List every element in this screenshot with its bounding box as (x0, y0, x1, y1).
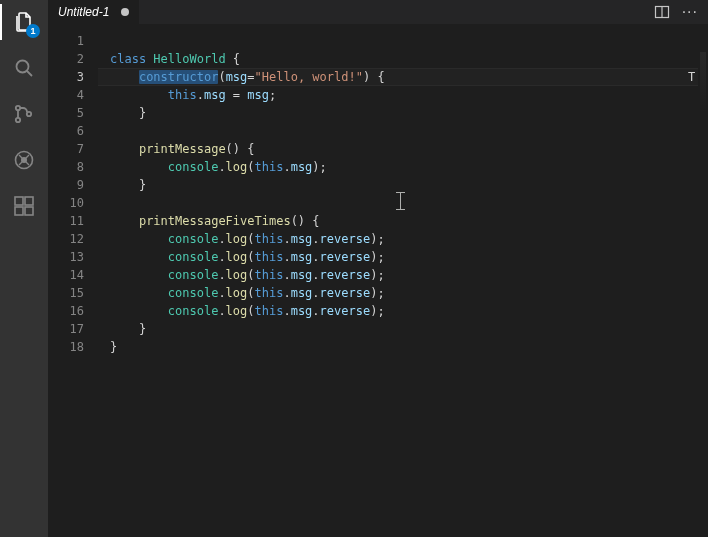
code-line[interactable]: printMessage() { (98, 140, 698, 158)
tab-title: Untitled-1 (58, 5, 109, 19)
app-root: 1 (0, 0, 708, 537)
activity-bar: 1 (0, 0, 48, 537)
line-number: 1 (48, 32, 98, 50)
line-number: 9 (48, 176, 98, 194)
dirty-indicator-icon (121, 8, 129, 16)
code-line[interactable]: console.log(this.msg.reverse); (98, 302, 698, 320)
line-number: 17 (48, 320, 98, 338)
code-line[interactable]: T constructor(msg="Hello, world!") { (98, 68, 698, 86)
code-line[interactable]: console.log(this.msg.reverse); (98, 230, 698, 248)
line-number: 5 (48, 104, 98, 122)
activity-source-control[interactable] (10, 100, 38, 128)
line-number: 15 (48, 284, 98, 302)
tab-actions: ··· (654, 0, 708, 24)
line-number: 12 (48, 230, 98, 248)
line-number-gutter: 123456789101112131415161718 (48, 24, 98, 537)
svg-point-3 (16, 118, 20, 122)
source-control-icon (12, 102, 36, 126)
line-number: 2 (48, 50, 98, 68)
code-line[interactable]: printMessageFiveTimes() { (98, 212, 698, 230)
line-number: 4 (48, 86, 98, 104)
code-line[interactable] (98, 122, 698, 140)
code-line[interactable]: } (98, 176, 698, 194)
code-line[interactable]: } (98, 320, 698, 338)
search-icon (12, 56, 36, 80)
code-line[interactable]: console.log(this.msg.reverse); (98, 284, 698, 302)
main-column: Untitled-1 ··· 1234567891011121314151617… (48, 0, 708, 537)
svg-point-6 (21, 157, 27, 163)
line-number: 10 (48, 194, 98, 212)
line-number: 8 (48, 158, 98, 176)
line-number: 18 (48, 338, 98, 356)
code-line[interactable]: class HelloWorld { (98, 50, 698, 68)
line-number: 3 (48, 68, 98, 86)
svg-point-2 (16, 106, 20, 110)
explorer-badge: 1 (26, 24, 40, 38)
code-line[interactable] (98, 32, 698, 50)
code-line[interactable]: } (98, 338, 698, 356)
line-number: 13 (48, 248, 98, 266)
code-line[interactable]: this.msg = msg; (98, 86, 698, 104)
code-line[interactable] (98, 194, 698, 212)
code-area[interactable]: class HelloWorld {T constructor(msg="Hel… (98, 24, 698, 537)
code-line[interactable]: console.log(this.msg.reverse); (98, 248, 698, 266)
svg-rect-8 (25, 197, 33, 205)
more-actions-icon[interactable]: ··· (682, 4, 698, 20)
line-number: 11 (48, 212, 98, 230)
minimap[interactable] (700, 52, 706, 112)
svg-point-0 (17, 61, 29, 73)
line-number: 16 (48, 302, 98, 320)
code-line[interactable]: console.log(this.msg.reverse); (98, 266, 698, 284)
overflow-glyph: T (688, 68, 698, 86)
svg-rect-7 (15, 197, 23, 205)
line-number: 7 (48, 140, 98, 158)
code-line[interactable]: } (98, 104, 698, 122)
editor[interactable]: 123456789101112131415161718 class HelloW… (48, 24, 708, 537)
svg-point-4 (27, 112, 31, 116)
activity-extensions[interactable] (10, 192, 38, 220)
svg-rect-10 (25, 207, 33, 215)
tab-bar: Untitled-1 ··· (48, 0, 708, 24)
svg-rect-9 (15, 207, 23, 215)
line-number: 6 (48, 122, 98, 140)
extensions-icon (12, 194, 36, 218)
code-line[interactable]: console.log(this.msg); (98, 158, 698, 176)
svg-line-1 (27, 71, 32, 76)
debug-icon (12, 148, 36, 172)
activity-debug[interactable] (10, 146, 38, 174)
activity-search[interactable] (10, 54, 38, 82)
split-editor-icon[interactable] (654, 4, 670, 20)
line-number: 14 (48, 266, 98, 284)
tab-untitled-1[interactable]: Untitled-1 (48, 0, 139, 24)
activity-explorer[interactable]: 1 (10, 8, 38, 36)
